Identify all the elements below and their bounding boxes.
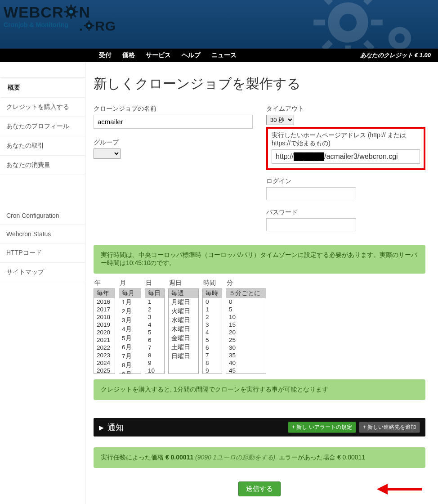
logo[interactable]: WEBCR N Cronjob & Monitoring . RG <box>0 0 438 34</box>
sidebar-webcron-status[interactable]: Webcron Status <box>0 225 85 243</box>
url-prefix: http:// <box>276 153 294 160</box>
svg-point-11 <box>395 33 405 43</box>
sched-hour-list[interactable]: 毎時 0 1 2 3 4 5 6 7 8 9 <box>202 288 222 374</box>
group-label: グループ <box>94 139 253 147</box>
url-input[interactable]: http://██████/acmailer3/webcron.cgi <box>272 149 420 164</box>
sched-year-label: 年 <box>94 279 115 287</box>
svg-point-27 <box>88 24 90 27</box>
url-highlight-box: 実行したいホームページアドレス (http:// または https://で始ま… <box>266 127 425 170</box>
nav-news[interactable]: ニュース <box>206 51 242 59</box>
notify-title: 通知 <box>107 422 124 433</box>
logo-dot: . <box>79 18 83 34</box>
svg-rect-16 <box>76 11 78 12</box>
sched-minute-label: 分 <box>226 279 266 287</box>
sidebar: 概要 クレジットを購入する あなたのプロフィール あなたの取引 あなたの消費量 … <box>0 62 85 504</box>
svg-rect-7 <box>322 40 333 49</box>
svg-point-21 <box>69 10 73 14</box>
nav-service[interactable]: サービス <box>140 51 176 59</box>
sched-day-label: 日 <box>145 279 165 287</box>
main-content: 新しくクローンジョブを製作する クローンジョブの名前 グループ タイムアウト 3… <box>85 62 436 504</box>
gear-icon <box>63 4 79 21</box>
svg-rect-24 <box>89 29 90 31</box>
svg-rect-14 <box>71 16 72 19</box>
timezone-notice: 実行時間は、中央ヨーロッパ標準時（ヨーロッパ/パリ）タイムゾーンに設定する必要が… <box>94 245 425 274</box>
group-select[interactable] <box>94 148 121 159</box>
sched-year-list[interactable]: 毎年 2016 2017 2018 2019 2020 2021 2022 20… <box>94 288 115 374</box>
arrow-icon <box>377 482 422 496</box>
sched-day-list[interactable]: 毎日 1 2 3 4 5 6 7 8 9 10 11 <box>145 288 165 374</box>
sidebar-profile[interactable]: あなたのプロフィール <box>0 117 85 136</box>
svg-rect-8 <box>363 40 375 49</box>
svg-marker-29 <box>377 484 388 495</box>
svg-rect-23 <box>89 20 90 22</box>
sidebar-overview[interactable]: 概要 <box>0 78 85 98</box>
url-suffix: /acmailer3/webcron.cgi <box>324 153 398 160</box>
nav-pricing[interactable]: 価格 <box>117 51 140 59</box>
add-alert-button[interactable]: + 新し いアラートの規定 <box>288 422 356 433</box>
sched-wday-list[interactable]: 毎週 月曜日 火曜日 水曜日 木曜日 金曜日 土曜日 日曜日 <box>168 288 199 374</box>
sidebar-buy-credit[interactable]: クレジットを購入する <box>0 98 85 117</box>
sched-hour-label: 時間 <box>202 279 222 287</box>
sidebar-transactions[interactable]: あなたの取引 <box>0 136 85 156</box>
expand-icon: ▶ <box>99 424 104 431</box>
notify-section-header[interactable]: ▶ 通知 + 新し いアラートの規定 + 新しい連絡先を追加 <box>94 418 425 436</box>
name-label: クローンジョブの名前 <box>94 105 253 113</box>
logo-org: RG <box>95 18 116 34</box>
svg-rect-2 <box>345 45 351 49</box>
sched-month-list[interactable]: 毎月 1月 2月 3月 4月 5月 6月 7月 8月 9月 <box>119 288 141 374</box>
svg-rect-26 <box>92 25 94 26</box>
password-label: パスワード <box>266 208 425 216</box>
sched-month-label: 月 <box>119 279 141 287</box>
svg-rect-13 <box>71 4 72 7</box>
sched-wday-label: 週日 <box>168 279 199 287</box>
svg-rect-15 <box>64 11 67 12</box>
url-redacted: ██████ <box>294 153 324 160</box>
logo-tagline: Cronjob & Monitoring <box>4 21 68 28</box>
timeout-label: タイムアウト <box>266 105 425 113</box>
nav-reception[interactable]: 受付 <box>94 51 117 59</box>
login-input[interactable] <box>266 187 356 200</box>
svg-rect-25 <box>84 25 86 26</box>
sidebar-cron-config[interactable]: Cron Configuration <box>0 207 85 225</box>
add-contact-button[interactable]: + 新しい連絡先を追加 <box>359 422 420 433</box>
sched-minute-list[interactable]: ５分ごとに 0 5 10 15 20 25 30 35 40 45 50 <box>226 288 266 374</box>
credit-display: あなたのクレジット € 1.00 <box>360 51 434 59</box>
credit-notice: クレジットを購入すると, 1分間の間隔でクローンを実行する事が可能となります <box>94 379 425 400</box>
url-label: 実行したいホームページアドレス (http:// または https://で始ま… <box>272 131 420 148</box>
price-notice: 実行任務によった価格 € 0.00011 (9090 1ユーロの起動をする). … <box>94 447 425 468</box>
login-label: ログイン <box>266 177 425 185</box>
name-input[interactable] <box>94 115 253 129</box>
sidebar-sitemap[interactable]: サイトマップ <box>0 263 85 282</box>
sidebar-http-code[interactable]: HTTPコード <box>0 243 85 263</box>
sidebar-consumption[interactable]: あなたの消費量 <box>0 156 85 175</box>
submit-button[interactable]: 送信する <box>238 482 281 496</box>
gear-icon <box>83 20 95 33</box>
password-input[interactable] <box>266 218 356 231</box>
nav-help[interactable]: ヘルプ <box>176 51 206 59</box>
header-banner: WEBCR N Cronjob & Monitoring . RG <box>0 0 438 49</box>
top-nav: 受付 価格 サービス ヘルプ ニュース あなたのクレジット € 1.00 <box>0 49 438 62</box>
logo-text-part1: WEBCR <box>4 4 63 21</box>
schedule-grid: 年 毎年 2016 2017 2018 2019 2020 2021 2022 … <box>94 279 425 374</box>
page-title: 新しくクローンジョブを製作する <box>94 75 425 93</box>
timeout-select[interactable]: 30 秒 <box>266 115 294 125</box>
